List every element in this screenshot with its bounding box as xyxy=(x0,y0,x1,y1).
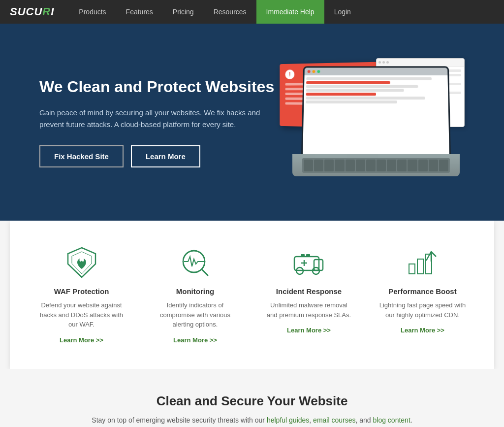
performance-icon xyxy=(406,245,440,280)
hero-section: We Clean and Protect Websites Gain peace… xyxy=(0,24,504,221)
feature-performance-desc: Lightning fast page speed with our highl… xyxy=(378,300,467,320)
browser-dot-3 xyxy=(386,61,389,64)
svg-line-3 xyxy=(202,270,208,275)
logo-text: SUCURI xyxy=(10,5,54,18)
features-section: WAF Protection Defend your website again… xyxy=(10,221,494,369)
laptop-screen-inner xyxy=(303,67,449,155)
screen-topbar xyxy=(305,67,448,75)
hero-buttons: Fix Hacked Site Learn More xyxy=(39,145,276,167)
bottom-description: Stay on top of emerging website security… xyxy=(39,415,465,426)
shield-fire-icon xyxy=(64,245,99,280)
blog-link[interactable]: blog content xyxy=(373,416,410,424)
feature-incident-title: Incident Response xyxy=(265,287,353,296)
laptop-screen xyxy=(301,66,451,157)
navigation: SUCURI Products Features Pricing Resourc… xyxy=(0,0,504,24)
fix-hacked-site-button[interactable]: Fix Hacked Site xyxy=(39,145,124,167)
feature-incident-link[interactable]: Learn More >> xyxy=(287,327,331,334)
email-courses-link[interactable]: email courses xyxy=(313,416,355,424)
feature-waf: WAF Protection Defend your website again… xyxy=(32,240,131,349)
laptop-keyboard xyxy=(292,154,460,176)
monitoring-icon xyxy=(178,245,213,280)
feature-waf-desc: Defend your website against hacks and DD… xyxy=(37,300,126,329)
feature-incident: Incident Response Unlimited malware remo… xyxy=(260,240,358,339)
feature-performance: Performance Boost Lightning fast page sp… xyxy=(374,240,472,339)
nav-resources[interactable]: Resources xyxy=(204,0,256,24)
svg-rect-14 xyxy=(417,259,423,274)
feature-monitoring: Monitoring Identify indicators of compro… xyxy=(146,240,245,349)
nav-pricing[interactable]: Pricing xyxy=(163,0,204,24)
nav-features[interactable]: Features xyxy=(116,0,163,24)
feature-monitoring-title: Monitoring xyxy=(151,287,240,296)
nav-login[interactable]: Login xyxy=(324,0,361,24)
browser-topbar xyxy=(377,59,464,66)
hero-description: Gain peace of mind by securing all your … xyxy=(39,107,276,131)
hero-title: We Clean and Protect Websites xyxy=(39,77,276,98)
helpful-guides-link[interactable]: helpful guides xyxy=(267,416,309,424)
browser-dot-2 xyxy=(382,61,385,64)
learn-more-button[interactable]: Learn More xyxy=(131,145,200,167)
logo: SUCURI xyxy=(10,5,54,18)
feature-performance-link[interactable]: Learn More >> xyxy=(401,327,444,334)
bottom-title: Clean and Secure Your Website xyxy=(39,394,465,409)
feature-waf-link[interactable]: Learn More >> xyxy=(60,336,103,344)
keyboard-inner xyxy=(302,158,450,173)
feature-incident-desc: Unlimited malware removal and premium re… xyxy=(265,300,353,320)
bottom-section: Clean and Secure Your Website Stay on to… xyxy=(0,369,504,427)
feature-performance-title: Performance Boost xyxy=(378,287,467,296)
hero-illustration: ! xyxy=(278,53,465,191)
laptop-base xyxy=(287,73,455,181)
screen-dot-green xyxy=(317,70,320,73)
screen-dot-red xyxy=(308,70,311,73)
svg-rect-12 xyxy=(306,254,310,257)
nav-products[interactable]: Products xyxy=(69,0,116,24)
screen-dot-yellow xyxy=(312,70,315,73)
nav-immediate-help[interactable]: Immediate Help xyxy=(256,0,324,24)
svg-rect-13 xyxy=(409,264,415,274)
svg-rect-11 xyxy=(301,254,305,257)
feature-waf-title: WAF Protection xyxy=(37,287,126,296)
screen-content xyxy=(303,75,449,156)
nav-links: Products Features Pricing Resources Imme… xyxy=(69,0,494,24)
hero-content: We Clean and Protect Websites Gain peace… xyxy=(39,77,276,168)
feature-monitoring-link[interactable]: Learn More >> xyxy=(173,336,217,344)
feature-monitoring-desc: Identify indicators of compromise with v… xyxy=(151,300,240,329)
browser-dot-1 xyxy=(378,61,381,64)
ambulance-icon xyxy=(292,245,326,280)
